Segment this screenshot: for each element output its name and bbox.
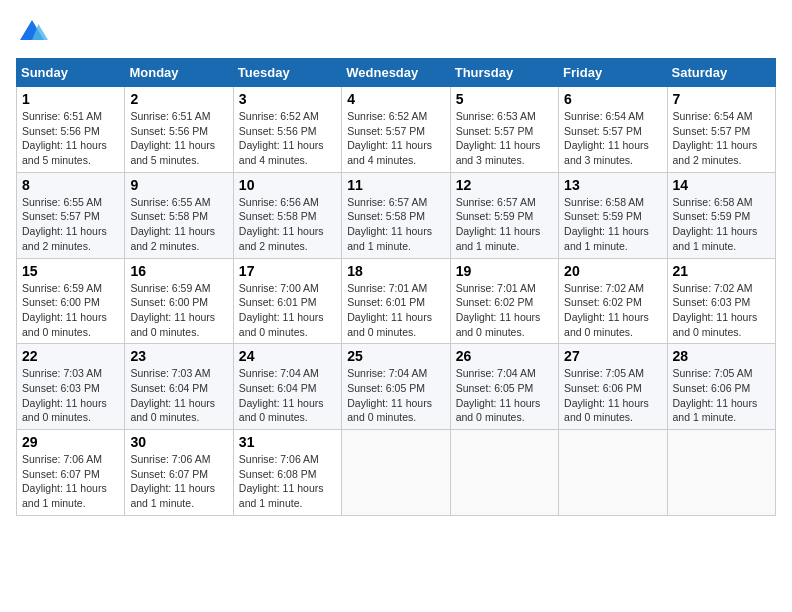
day-number: 19 — [456, 263, 553, 279]
calendar-cell: 11 Sunrise: 6:57 AM Sunset: 5:58 PM Dayl… — [342, 172, 450, 258]
calendar-cell: 4 Sunrise: 6:52 AM Sunset: 5:57 PM Dayli… — [342, 87, 450, 173]
day-info: Sunrise: 7:00 AM Sunset: 6:01 PM Dayligh… — [239, 281, 336, 340]
day-info: Sunrise: 6:56 AM Sunset: 5:58 PM Dayligh… — [239, 195, 336, 254]
calendar-cell — [667, 430, 775, 516]
weekday-header: Wednesday — [342, 59, 450, 87]
day-info: Sunrise: 7:01 AM Sunset: 6:02 PM Dayligh… — [456, 281, 553, 340]
calendar-cell: 27 Sunrise: 7:05 AM Sunset: 6:06 PM Dayl… — [559, 344, 667, 430]
day-number: 28 — [673, 348, 770, 364]
calendar-week-row: 29 Sunrise: 7:06 AM Sunset: 6:07 PM Dayl… — [17, 430, 776, 516]
day-info: Sunrise: 7:04 AM Sunset: 6:05 PM Dayligh… — [456, 366, 553, 425]
calendar-cell: 13 Sunrise: 6:58 AM Sunset: 5:59 PM Dayl… — [559, 172, 667, 258]
calendar-week-row: 22 Sunrise: 7:03 AM Sunset: 6:03 PM Dayl… — [17, 344, 776, 430]
day-number: 21 — [673, 263, 770, 279]
weekday-header: Monday — [125, 59, 233, 87]
calendar-cell — [559, 430, 667, 516]
calendar-cell: 24 Sunrise: 7:04 AM Sunset: 6:04 PM Dayl… — [233, 344, 341, 430]
day-info: Sunrise: 6:59 AM Sunset: 6:00 PM Dayligh… — [130, 281, 227, 340]
day-info: Sunrise: 6:57 AM Sunset: 5:59 PM Dayligh… — [456, 195, 553, 254]
calendar-cell: 8 Sunrise: 6:55 AM Sunset: 5:57 PM Dayli… — [17, 172, 125, 258]
day-info: Sunrise: 7:06 AM Sunset: 6:08 PM Dayligh… — [239, 452, 336, 511]
day-info: Sunrise: 7:06 AM Sunset: 6:07 PM Dayligh… — [130, 452, 227, 511]
calendar-cell: 25 Sunrise: 7:04 AM Sunset: 6:05 PM Dayl… — [342, 344, 450, 430]
calendar-week-row: 8 Sunrise: 6:55 AM Sunset: 5:57 PM Dayli… — [17, 172, 776, 258]
page-header — [16, 16, 776, 48]
weekday-header: Saturday — [667, 59, 775, 87]
day-info: Sunrise: 6:59 AM Sunset: 6:00 PM Dayligh… — [22, 281, 119, 340]
day-number: 5 — [456, 91, 553, 107]
calendar-table: SundayMondayTuesdayWednesdayThursdayFrid… — [16, 58, 776, 516]
day-info: Sunrise: 7:04 AM Sunset: 6:04 PM Dayligh… — [239, 366, 336, 425]
calendar-cell — [342, 430, 450, 516]
day-info: Sunrise: 7:06 AM Sunset: 6:07 PM Dayligh… — [22, 452, 119, 511]
calendar-cell — [450, 430, 558, 516]
weekday-header: Friday — [559, 59, 667, 87]
calendar-cell: 14 Sunrise: 6:58 AM Sunset: 5:59 PM Dayl… — [667, 172, 775, 258]
calendar-cell: 29 Sunrise: 7:06 AM Sunset: 6:07 PM Dayl… — [17, 430, 125, 516]
day-number: 12 — [456, 177, 553, 193]
day-info: Sunrise: 7:05 AM Sunset: 6:06 PM Dayligh… — [673, 366, 770, 425]
day-number: 10 — [239, 177, 336, 193]
day-info: Sunrise: 6:54 AM Sunset: 5:57 PM Dayligh… — [564, 109, 661, 168]
day-number: 26 — [456, 348, 553, 364]
day-number: 18 — [347, 263, 444, 279]
calendar-cell: 7 Sunrise: 6:54 AM Sunset: 5:57 PM Dayli… — [667, 87, 775, 173]
calendar-cell: 30 Sunrise: 7:06 AM Sunset: 6:07 PM Dayl… — [125, 430, 233, 516]
day-info: Sunrise: 7:04 AM Sunset: 6:05 PM Dayligh… — [347, 366, 444, 425]
calendar-cell: 28 Sunrise: 7:05 AM Sunset: 6:06 PM Dayl… — [667, 344, 775, 430]
day-info: Sunrise: 7:02 AM Sunset: 6:03 PM Dayligh… — [673, 281, 770, 340]
calendar-cell: 23 Sunrise: 7:03 AM Sunset: 6:04 PM Dayl… — [125, 344, 233, 430]
day-number: 15 — [22, 263, 119, 279]
day-info: Sunrise: 7:03 AM Sunset: 6:03 PM Dayligh… — [22, 366, 119, 425]
calendar-cell: 6 Sunrise: 6:54 AM Sunset: 5:57 PM Dayli… — [559, 87, 667, 173]
calendar-cell: 22 Sunrise: 7:03 AM Sunset: 6:03 PM Dayl… — [17, 344, 125, 430]
calendar-cell: 5 Sunrise: 6:53 AM Sunset: 5:57 PM Dayli… — [450, 87, 558, 173]
calendar-cell: 26 Sunrise: 7:04 AM Sunset: 6:05 PM Dayl… — [450, 344, 558, 430]
calendar-cell: 2 Sunrise: 6:51 AM Sunset: 5:56 PM Dayli… — [125, 87, 233, 173]
calendar-week-row: 15 Sunrise: 6:59 AM Sunset: 6:00 PM Dayl… — [17, 258, 776, 344]
day-info: Sunrise: 6:57 AM Sunset: 5:58 PM Dayligh… — [347, 195, 444, 254]
calendar-cell: 19 Sunrise: 7:01 AM Sunset: 6:02 PM Dayl… — [450, 258, 558, 344]
day-number: 17 — [239, 263, 336, 279]
day-number: 2 — [130, 91, 227, 107]
day-info: Sunrise: 6:58 AM Sunset: 5:59 PM Dayligh… — [564, 195, 661, 254]
day-number: 24 — [239, 348, 336, 364]
day-info: Sunrise: 6:58 AM Sunset: 5:59 PM Dayligh… — [673, 195, 770, 254]
day-info: Sunrise: 7:02 AM Sunset: 6:02 PM Dayligh… — [564, 281, 661, 340]
day-info: Sunrise: 6:52 AM Sunset: 5:57 PM Dayligh… — [347, 109, 444, 168]
day-number: 11 — [347, 177, 444, 193]
calendar-cell: 16 Sunrise: 6:59 AM Sunset: 6:00 PM Dayl… — [125, 258, 233, 344]
day-number: 6 — [564, 91, 661, 107]
day-info: Sunrise: 6:51 AM Sunset: 5:56 PM Dayligh… — [130, 109, 227, 168]
day-number: 14 — [673, 177, 770, 193]
day-info: Sunrise: 7:03 AM Sunset: 6:04 PM Dayligh… — [130, 366, 227, 425]
calendar-cell: 3 Sunrise: 6:52 AM Sunset: 5:56 PM Dayli… — [233, 87, 341, 173]
weekday-header: Sunday — [17, 59, 125, 87]
day-number: 16 — [130, 263, 227, 279]
day-info: Sunrise: 6:51 AM Sunset: 5:56 PM Dayligh… — [22, 109, 119, 168]
day-number: 22 — [22, 348, 119, 364]
calendar-cell: 10 Sunrise: 6:56 AM Sunset: 5:58 PM Dayl… — [233, 172, 341, 258]
weekday-header: Tuesday — [233, 59, 341, 87]
calendar-cell: 31 Sunrise: 7:06 AM Sunset: 6:08 PM Dayl… — [233, 430, 341, 516]
day-number: 8 — [22, 177, 119, 193]
day-number: 20 — [564, 263, 661, 279]
calendar-cell: 18 Sunrise: 7:01 AM Sunset: 6:01 PM Dayl… — [342, 258, 450, 344]
day-number: 4 — [347, 91, 444, 107]
day-number: 13 — [564, 177, 661, 193]
calendar-cell: 21 Sunrise: 7:02 AM Sunset: 6:03 PM Dayl… — [667, 258, 775, 344]
day-info: Sunrise: 6:55 AM Sunset: 5:57 PM Dayligh… — [22, 195, 119, 254]
logo — [16, 16, 52, 48]
day-number: 3 — [239, 91, 336, 107]
day-number: 31 — [239, 434, 336, 450]
day-number: 23 — [130, 348, 227, 364]
calendar-week-row: 1 Sunrise: 6:51 AM Sunset: 5:56 PM Dayli… — [17, 87, 776, 173]
day-number: 7 — [673, 91, 770, 107]
calendar-cell: 1 Sunrise: 6:51 AM Sunset: 5:56 PM Dayli… — [17, 87, 125, 173]
day-number: 29 — [22, 434, 119, 450]
day-number: 30 — [130, 434, 227, 450]
calendar-cell: 9 Sunrise: 6:55 AM Sunset: 5:58 PM Dayli… — [125, 172, 233, 258]
calendar-header-row: SundayMondayTuesdayWednesdayThursdayFrid… — [17, 59, 776, 87]
calendar-cell: 17 Sunrise: 7:00 AM Sunset: 6:01 PM Dayl… — [233, 258, 341, 344]
day-info: Sunrise: 6:55 AM Sunset: 5:58 PM Dayligh… — [130, 195, 227, 254]
